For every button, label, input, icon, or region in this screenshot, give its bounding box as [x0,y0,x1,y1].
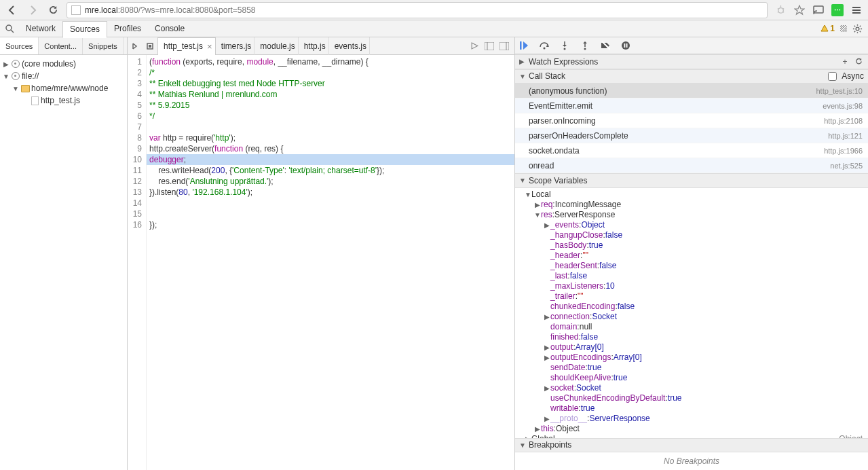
refresh-watch-icon[interactable] [853,56,864,67]
code-area[interactable]: (function (exports, require, module, __f… [147,55,514,470]
scope-row[interactable]: _hasBody: true [515,240,868,251]
toggle-debugger-icon[interactable] [497,37,512,55]
search-icon[interactable] [3,24,16,33]
tablist-history-icon[interactable] [143,37,157,55]
svg-rect-7 [499,42,509,50]
svg-rect-8 [520,41,522,50]
scope-row[interactable]: domain: null [515,322,868,332]
editor-tab[interactable]: timers.js [216,37,255,55]
scope-row[interactable]: ▶output: Array[0] [515,342,868,352]
callstack-frame[interactable]: socket.ondatahttp.js:1966 [515,143,868,158]
navigator-tab[interactable]: Sources [0,37,39,54]
step-out-button[interactable] [579,39,591,52]
scope-row[interactable]: shouldKeepAlive: true [515,373,868,383]
settings-gear-icon[interactable] [852,24,863,34]
editor-tab[interactable]: module.js [254,37,298,55]
editor-tab[interactable]: http.js [299,37,329,55]
scope-row[interactable]: ▶_events: Object [515,220,868,230]
svg-point-2 [6,25,12,31]
scope-row[interactable]: _hangupClose: false [515,230,868,240]
callstack-frame[interactable]: EventEmitter.emitevents.js:98 [515,98,868,113]
scope-row[interactable]: ▶req: IncomingMessage [515,200,868,210]
scope-row[interactable]: _maxListeners: 10 [515,281,868,291]
svg-rect-5 [149,45,151,48]
devtools-tab-sources[interactable]: Sources [62,21,107,38]
file-icon [31,96,39,105]
browser-toolbar: mre.local:8080/?ws=mre.local:8080&port=5… [0,0,868,20]
scope-row[interactable]: ▶outputEncodings: Array[0] [515,352,868,363]
gutter[interactable]: 12345678910111213141516 [128,55,147,470]
folder-icon [21,85,30,92]
devtools-tab-console[interactable]: Console [148,20,191,37]
scope-row[interactable]: sendDate: true [515,363,868,373]
scope-row[interactable]: _headerSent: false [515,261,868,271]
navigator-tab[interactable]: Content... [39,37,83,54]
tree-folder[interactable]: ▼ home/mre/www/node [0,82,127,94]
scope-row[interactable]: writable: true [515,403,868,414]
pause-on-exceptions-button[interactable] [620,39,632,52]
breakpoints-header[interactable]: ▼Breakpoints [515,438,868,452]
globe-icon [12,72,20,80]
svg-rect-14 [626,43,628,48]
toggle-sidebar-icon[interactable] [482,37,497,55]
svg-point-10 [564,48,566,50]
resume-button[interactable] [518,39,530,52]
tree-file[interactable]: http_test.js [0,94,127,107]
navigator-tabs: SourcesContent...Snippets [0,37,127,55]
run-snippet-icon[interactable] [467,37,482,55]
forward-button[interactable] [23,2,42,18]
bug-icon[interactable] [772,2,789,18]
editor-panel: http_test.js×timers.jsmodule.jshttp.jsev… [128,37,515,470]
scope-row[interactable]: ▶__proto__: ServerResponse [515,414,868,424]
show-drawer-icon[interactable] [839,24,848,33]
back-button[interactable] [3,2,22,18]
callstack-frame[interactable]: (anonymous function)http_test.js:10 [515,84,868,98]
editor-tab[interactable]: http_test.js× [157,37,216,55]
tree-file-scheme[interactable]: ▼ file:// [0,70,127,82]
scope-row[interactable]: _last: false [515,271,868,281]
sources-navigator: SourcesContent...Snippets ▶ (core module… [0,37,128,470]
warning-count[interactable]: 1 [820,24,835,33]
extension-lastpass-icon[interactable]: ⋯ [829,2,846,18]
bookmark-star-icon[interactable] [791,2,808,18]
scope-row[interactable]: ▼Local [515,189,868,200]
tree-core-modules[interactable]: ▶ (core modules) [0,58,127,70]
step-over-button[interactable] [538,39,550,52]
url-text: mre.local:8080/?ws=mre.local:8080&port=5… [85,5,256,15]
callstack-frame[interactable]: parser.onIncominghttp.js:2108 [515,113,868,128]
scope-row[interactable]: chunkedEncoding: false [515,302,868,312]
cast-icon[interactable] [810,2,827,18]
callstack-frame[interactable]: parserOnHeadersCompletehttp.js:121 [515,128,868,143]
svg-rect-6 [485,42,494,50]
svg-point-12 [622,41,630,50]
devtools-tab-network[interactable]: Network [19,20,62,37]
deactivate-breakpoints-button[interactable] [599,39,611,52]
step-into-button[interactable] [559,39,571,52]
scope-row[interactable]: ▶socket: Socket [515,383,868,393]
scope-row[interactable]: ▶connection: Socket [515,312,868,322]
url-bar[interactable]: mre.local:8080/?ws=mre.local:8080&port=5… [67,2,768,18]
navigator-tab[interactable]: Snippets [83,37,124,54]
async-checkbox[interactable] [828,72,837,81]
close-icon[interactable]: × [207,42,212,51]
scope-row[interactable]: finished: false [515,332,868,342]
scope-variables-header[interactable]: ▼Scope Variables [515,173,868,187]
globe-icon [12,60,20,68]
menu-icon[interactable] [848,2,865,18]
call-stack-header[interactable]: ▼Call Stack Async [515,69,868,84]
scope-row[interactable]: _header: "" [515,251,868,261]
tablist-nav-icon[interactable] [128,37,143,55]
scope-row[interactable]: ▼res: ServerResponse [515,210,868,220]
watch-expressions-header[interactable]: ▶Watch Expressions + [515,54,868,69]
devtools-tab-profiles[interactable]: Profiles [107,20,148,37]
code-editor[interactable]: 12345678910111213141516 (function (expor… [128,55,514,470]
devtools-tabbar: NetworkSourcesProfilesConsole 1 [0,20,868,37]
add-watch-icon[interactable]: + [839,56,850,67]
scope-row[interactable]: useChunkedEncodingByDefault: true [515,393,868,403]
callstack-frame[interactable]: onreadnet.js:525 [515,158,868,173]
scope-row[interactable]: ▶this: Object [515,424,868,434]
editor-tabs: http_test.js×timers.jsmodule.jshttp.jsev… [128,37,514,55]
editor-tab[interactable]: events.js [329,37,370,55]
reload-button[interactable] [43,2,62,18]
scope-row[interactable]: _trailer: "" [515,291,868,302]
